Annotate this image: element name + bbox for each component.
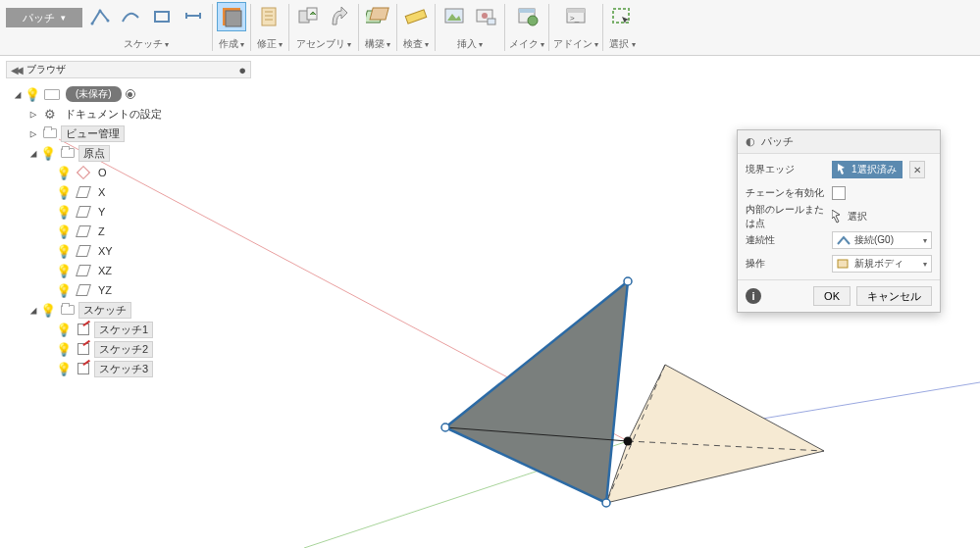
sketch-line-icon[interactable] [84,2,114,31]
tree-origin-o-row[interactable]: 💡 O [12,163,237,182]
create-patch-icon[interactable] [217,2,246,31]
visibility-bulb-icon[interactable]: 💡 [25,87,40,102]
edges-label: 境界エッジ [746,163,832,176]
ok-button[interactable]: OK [813,286,851,306]
expand-icon[interactable]: ◢ [27,304,39,317]
addins-icon[interactable]: >_ [561,2,591,31]
tree-axis-y-row[interactable]: 💡 Y [12,202,237,222]
node-label: XZ [94,264,116,277]
operation-dropdown[interactable]: 新規ボディ [832,255,932,273]
sketch-dim-icon[interactable] [179,2,208,31]
make-icon[interactable] [512,2,542,31]
plane-icon [76,224,91,238]
tree-sketch1-row[interactable]: 💡 スケッチ1 [12,320,237,339]
node-label: ドキュメントの設定 [61,106,166,123]
node-label: YZ [94,283,116,297]
node-label: Y [94,205,109,219]
continuity-dropdown[interactable]: 接続(G0) [832,231,932,249]
visibility-bulb-icon[interactable]: 💡 [56,362,72,376]
tree-plane-yz-row[interactable]: 💡 YZ [12,280,237,300]
select-icon[interactable] [607,2,637,31]
root-label: (未保存) [66,86,122,102]
cancel-button[interactable]: キャンセル [856,286,932,306]
plane-icon [76,205,91,219]
visibility-bulb-icon[interactable]: 💡 [40,303,56,318]
construct-group-label[interactable]: 構築 [365,37,390,53]
insert-image-icon[interactable] [439,2,469,31]
browser-title: ブラウザ [26,63,66,76]
create-group-label[interactable]: 作成 [219,37,244,53]
tree-plane-xz-row[interactable]: 💡 XZ [12,261,237,280]
svg-rect-25 [613,9,629,23]
inspect-measure-icon[interactable] [401,2,431,31]
edges-clear-button[interactable]: ✕ [909,161,925,178]
dialog-info-icon[interactable]: i [746,288,761,304]
tree-sketch2-row[interactable]: 💡 スケッチ2 [12,339,237,359]
svg-point-0 [91,23,94,25]
visibility-bulb-icon[interactable]: 💡 [56,323,72,337]
assembly-asbuilt-icon[interactable] [325,2,354,31]
patch-dialog: ◐ パッチ 境界エッジ 1選択済み ✕ チェーンを有効化 内部のレールまたは点 … [737,129,941,313]
inspect-group-label[interactable]: 検査 [403,37,429,53]
make-group-label[interactable]: メイク [509,37,544,53]
select-group-label[interactable]: 選択 [609,37,635,53]
assembly-joint-icon[interactable] [293,2,323,31]
dialog-title: パッチ [761,134,794,149]
insert-decal-icon[interactable] [471,2,500,31]
tree-axis-z-row[interactable]: 💡 Z [12,222,237,241]
visibility-bulb-icon[interactable]: 💡 [56,185,72,200]
workspace-mode-button[interactable]: パッチ [6,8,82,27]
dialog-row-chain: チェーンを有効化 [738,181,940,205]
visibility-bulb-icon[interactable]: 💡 [56,224,72,239]
browser-nav-arrows[interactable]: ◀◀ [11,65,21,75]
construct-plane-icon[interactable] [363,2,392,31]
visibility-bulb-icon[interactable]: 💡 [56,342,72,357]
visibility-bulb-icon[interactable]: 💡 [56,205,72,220]
svg-rect-13 [370,8,388,20]
assembly-group-label[interactable]: アセンブリ [296,37,351,53]
sketch-spline-icon[interactable] [116,2,145,31]
browser-collapse-icon[interactable]: ● [238,63,246,77]
svg-line-39 [606,281,628,503]
svg-point-41 [624,277,632,285]
tree-sketch3-row[interactable]: 💡 スケッチ3 [12,359,237,378]
rails-picker[interactable]: 選択 [832,210,932,224]
visibility-bulb-icon[interactable]: 💡 [56,264,72,278]
svg-rect-18 [488,19,495,25]
expand-icon[interactable]: ▷ [27,108,39,121]
svg-line-30 [628,365,665,441]
tree-root-row[interactable]: ◢ 💡 (未保存) [12,84,237,104]
svg-line-37 [445,427,606,503]
svg-marker-36 [445,281,628,503]
modify-icon[interactable] [255,2,284,31]
sketch-group-label[interactable]: スケッチ [124,37,169,53]
modify-group-label[interactable]: 修正 [257,37,283,53]
node-label: X [94,185,109,199]
node-label: スケッチ [78,302,131,319]
visibility-bulb-icon[interactable]: 💡 [56,283,72,298]
expand-icon[interactable]: ▷ [27,127,39,140]
active-component-radio-icon[interactable] [126,89,135,99]
svg-line-28 [628,382,980,441]
svg-point-17 [482,13,488,19]
insert-group-label[interactable]: 挿入 [457,37,483,53]
sketch-rect-icon[interactable] [147,2,177,31]
browser-panel-header[interactable]: ◀◀ ブラウザ ● [6,61,251,78]
visibility-bulb-icon[interactable]: 💡 [40,146,56,161]
svg-point-42 [441,423,449,431]
tree-origin-row[interactable]: ◢ 💡 原点 [12,143,237,163]
expand-icon[interactable]: ◢ [27,147,39,160]
chain-checkbox[interactable] [832,186,846,200]
tree-axis-x-row[interactable]: 💡 X [12,182,237,202]
tree-plane-xy-row[interactable]: 💡 XY [12,241,237,261]
tree-view-mgmt-row[interactable]: ▷ ビュー管理 [12,124,237,143]
tree-sketches-row[interactable]: ◢ 💡 スケッチ [12,300,237,320]
visibility-bulb-icon[interactable]: 💡 [56,166,72,180]
ribbon-toolbar: パッチ スケッチ 作成 修正 アセンブリ 構築 [0,0,980,56]
addins-group-label[interactable]: アドイン [553,37,598,53]
dialog-title-bar[interactable]: ◐ パッチ [738,130,940,154]
visibility-bulb-icon[interactable]: 💡 [56,244,72,259]
edges-selection-badge[interactable]: 1選択済み [832,161,903,178]
tree-doc-settings-row[interactable]: ▷ ⚙ ドキュメントの設定 [12,104,237,124]
expand-icon[interactable]: ◢ [12,88,24,101]
